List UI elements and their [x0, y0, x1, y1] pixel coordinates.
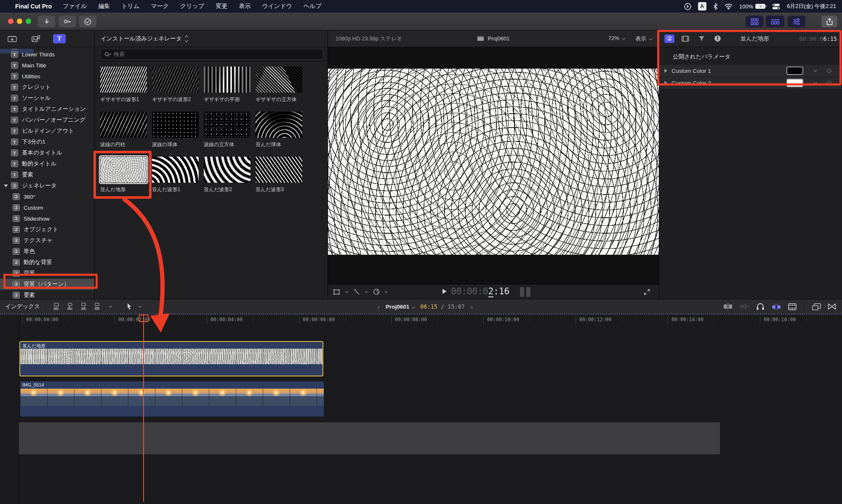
playhead-marker[interactable]	[139, 315, 149, 322]
sidebar-item[interactable]: Tタイトルアニメーション	[0, 104, 94, 115]
previous-project-chevron[interactable]: ‹	[378, 303, 380, 310]
connect-edit-icon[interactable]	[52, 302, 61, 311]
menu-item[interactable]: マーク	[151, 3, 169, 10]
sidebar-item[interactable]: Tバンパー／オープニング	[0, 115, 94, 125]
sidebar-item[interactable]: T動的タイトル	[0, 158, 94, 169]
generator-cell[interactable]: 並んだ波形3	[256, 157, 302, 193]
keyword-editor-button[interactable]	[59, 16, 76, 27]
generator-thumbnail-zigzag-plane[interactable]	[204, 67, 250, 93]
share-button[interactable]	[821, 16, 837, 27]
sidebar-item[interactable]: Tソーシャル	[0, 93, 94, 104]
sidebar-item[interactable]: T要素	[0, 169, 94, 180]
generator-thumbnail-lined-wave-2[interactable]	[204, 157, 250, 183]
audio-meters[interactable]	[520, 287, 530, 297]
collection-title[interactable]: インストール済みジェネレータ	[101, 35, 181, 43]
photos-audio-icon[interactable]	[29, 34, 42, 43]
viewer-timecode[interactable]: 00:00:02:16	[442, 286, 509, 296]
generator-thumbnail-lined-wave-3[interactable]	[256, 157, 302, 183]
transform-overlay-menu[interactable]	[333, 289, 347, 295]
bluetooth-icon[interactable]	[713, 3, 718, 10]
generator-thumbnail-dot-sphere[interactable]	[152, 112, 199, 138]
sidebar-item[interactable]: ②ジェネレータ	[0, 180, 94, 191]
show-timeline-button[interactable]	[766, 16, 784, 27]
sidebar-item[interactable]: ②要素	[0, 290, 94, 299]
generator-cell[interactable]: ギザギザの立方体	[256, 67, 302, 103]
timeline-clip-generator[interactable]: 並んだ地形	[19, 341, 323, 376]
generator-cell[interactable]: 波線の立方体	[204, 112, 250, 148]
append-edit-icon[interactable]	[79, 302, 88, 311]
window-zoom-button[interactable]	[26, 19, 31, 24]
show-browser-button[interactable]	[746, 16, 763, 27]
sidebar-item[interactable]: Tクレジット	[0, 82, 94, 93]
timeline-project-menu[interactable]: Proj0601	[386, 304, 414, 310]
sidebar-item[interactable]: ②Custom	[0, 202, 94, 213]
search-input[interactable]: 検索	[101, 49, 323, 60]
generator-cell[interactable]: ギザギザの波形1	[100, 67, 147, 103]
viewer-view-menu[interactable]: 表示	[635, 35, 651, 43]
generator-cell[interactable]: ギザギザの平面	[204, 67, 250, 103]
generator-cell[interactable]: 並んだ波形2	[204, 157, 250, 193]
sidebar-item[interactable]: TLower Thirds	[0, 49, 94, 60]
fullscreen-expand-icon[interactable]	[644, 289, 650, 295]
overwrite-edit-icon[interactable]	[93, 302, 101, 311]
generator-thumbnail-lined-wave-1[interactable]	[152, 157, 199, 183]
timeline-clip-video[interactable]: IMG_5514	[20, 381, 324, 417]
menu-item[interactable]: ウインドウ	[262, 3, 292, 10]
window-close-button[interactable]	[8, 19, 13, 24]
menu-item[interactable]: 表示	[239, 3, 250, 10]
generator-cell[interactable]: ギザギザの波形2	[152, 67, 199, 103]
generator-thumbnail-zigzag-cube[interactable]	[256, 67, 302, 93]
menu-item[interactable]: ファイル	[63, 3, 87, 10]
battery-indicator[interactable]: 100% ⚡	[739, 3, 765, 10]
viewer-zoom-menu[interactable]: 72%	[608, 35, 624, 43]
sidebar-item[interactable]: TUtilities	[0, 71, 94, 82]
generator-thumbnail-striped-sphere[interactable]	[256, 112, 302, 138]
menu-item[interactable]: 変更	[216, 3, 227, 10]
sidebar-item[interactable]: ②Slideshow	[0, 213, 94, 224]
play-icon[interactable]	[442, 289, 447, 294]
window-minimize-button[interactable]	[17, 19, 22, 24]
clip-appearance-icon[interactable]	[788, 303, 797, 310]
timeline-ruler[interactable]: 00:00:00:0000:00:02:0000:00:04:0000:00:0…	[0, 315, 842, 325]
menu-item[interactable]: 編集	[98, 3, 110, 10]
sidebar-item[interactable]: Tビルドイン／アウト	[0, 125, 94, 136]
collection-select-arrows-icon[interactable]	[185, 36, 188, 42]
sidebar-item[interactable]: ②テクスチャ	[0, 235, 94, 246]
transition-bowtie-icon[interactable]	[828, 303, 836, 310]
retime-menu[interactable]	[373, 288, 387, 295]
sidebar-item[interactable]: ②オブジェクト	[0, 224, 94, 235]
snapping-icon[interactable]	[771, 303, 781, 310]
generator-thumbnail-dot-cube[interactable]	[204, 112, 250, 138]
background-tasks-button[interactable]	[79, 16, 96, 27]
generator-cell[interactable]: 波線の球体	[152, 112, 199, 148]
wifi-icon[interactable]	[725, 3, 733, 10]
menu-clock[interactable]: 6月2日(金) 午後2:21	[787, 3, 836, 10]
duplicate-pip-icon[interactable]	[812, 303, 821, 310]
menu-item[interactable]: ヘルプ	[304, 3, 322, 10]
solo-headphones-icon[interactable]	[756, 303, 765, 310]
index-button[interactable]: インデックス	[5, 303, 40, 310]
playhead-line[interactable]	[143, 314, 144, 502]
menu-item[interactable]: トリム	[121, 3, 139, 10]
playback-circle-icon[interactable]	[684, 3, 691, 10]
sidebar-item[interactable]: ②動的な背景	[0, 257, 94, 268]
control-center-icon[interactable]	[772, 3, 780, 10]
generator-cell[interactable]: 並んだ球体	[256, 112, 302, 148]
show-inspector-button[interactable]	[788, 16, 805, 27]
tool-menu[interactable]	[126, 303, 141, 310]
menu-item[interactable]: クリップ	[180, 3, 204, 10]
trim-icon[interactable]	[723, 303, 733, 310]
app-menu-title[interactable]: Final Cut Pro	[15, 3, 52, 10]
sidebar-item[interactable]: T下3分の1	[0, 136, 94, 147]
sidebar-item[interactable]: ②単色	[0, 246, 94, 257]
audio-skimming-icon[interactable]	[739, 303, 749, 310]
enhancements-menu[interactable]	[353, 288, 367, 295]
disclosure-triangle-icon[interactable]	[4, 184, 8, 187]
sidebar-item[interactable]: T基本のタイトル	[0, 147, 94, 158]
viewer-project-name[interactable]: Proj0601	[488, 35, 509, 42]
sidebar-item[interactable]: TMain Title	[0, 60, 94, 71]
generator-thumbnail-zigzag-wave-1[interactable]	[100, 67, 147, 93]
generator-thumbnail-dash-cylinder[interactable]	[100, 112, 147, 138]
input-source-badge[interactable]: A	[698, 2, 706, 11]
insert-edit-icon[interactable]	[66, 302, 74, 311]
